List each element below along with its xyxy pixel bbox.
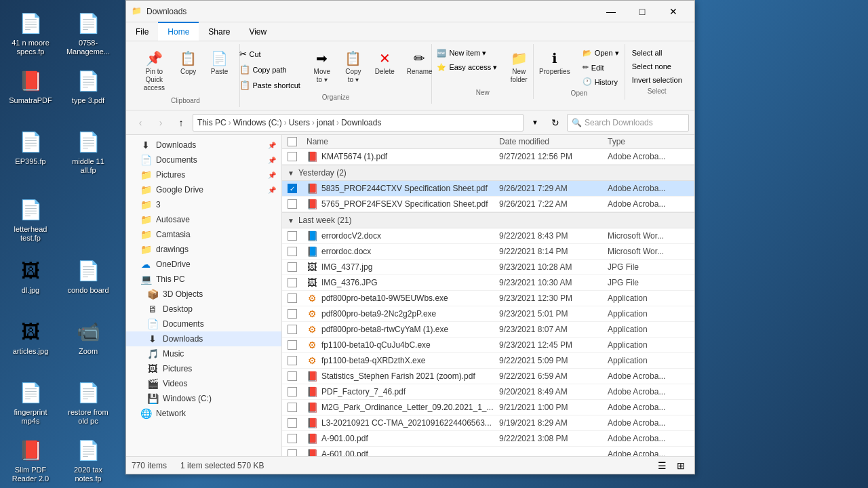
checkbox[interactable] — [288, 434, 297, 443]
sidebar-item-google-drive[interactable]: 📁 Google Drive 📌 — [126, 182, 281, 197]
sidebar-item-desktop[interactable]: 🖥 Desktop — [126, 302, 281, 317]
file-row-pdf-factory[interactable]: 📕 PDF_Factory_7_46.pdf 9/20/2021 8:49 AM… — [282, 384, 694, 400]
select-none-button[interactable]: Select none — [627, 60, 687, 73]
checkbox[interactable] — [288, 152, 297, 161]
sidebar-item-pictures[interactable]: 📁 Pictures 📌 — [126, 167, 281, 182]
checkbox[interactable] — [288, 371, 297, 381]
tab-file[interactable]: File — [126, 22, 158, 41]
easy-access-button[interactable]: ⭐ Easy access ▾ — [432, 61, 502, 74]
new-item-button[interactable]: 🆕 New item ▾ — [432, 47, 502, 60]
desktop-icon-fingerprint-mp4s[interactable]: 📄 fingerprint mp4s — [3, 376, 58, 429]
desktop-icon-restore-from-old-pc[interactable]: 📄 restore from old pc — [61, 376, 115, 429]
search-box[interactable]: 🔍 Search Downloads — [567, 114, 689, 131]
desktop-icon-ep395.fp[interactable]: 📄 EP395.fp — [3, 125, 58, 169]
move-to-button[interactable]: ➡ Moveto ▾ — [308, 47, 336, 87]
sidebar-item-onedrive[interactable]: ☁ OneDrive — [126, 257, 281, 272]
sidebar-item-windows-c[interactable]: 💾 Windows (C:) — [126, 391, 281, 406]
file-row-pdf800-beta8[interactable]: ⚙ pdf800pro-beta8-rtwCyYaM (1).exe 9/23/… — [282, 322, 694, 338]
file-row-m2g[interactable]: 📕 M2G_Park_Ordinance_Letter_09.20.2021_1… — [282, 400, 694, 415]
tab-home[interactable]: Home — [158, 22, 199, 41]
file-row-kmats[interactable]: 📕 KMAT5674 (1).pdf 9/27/2021 12:56 PM Ad… — [282, 149, 694, 165]
file-row-img4376[interactable]: 🖼 IMG_4376.JPG 9/23/2021 10:30 AM JPG Fi… — [282, 275, 694, 291]
tab-share[interactable]: Share — [199, 22, 239, 41]
sidebar-item-this-pc[interactable]: 💻 This PC — [126, 272, 281, 287]
checkbox[interactable] — [288, 278, 297, 287]
delete-button[interactable]: ✕ Delete — [370, 47, 399, 79]
sidebar-item-videos[interactable]: 🎬 Videos — [126, 376, 281, 391]
checkbox[interactable] — [288, 262, 297, 272]
maximize-button[interactable]: □ — [627, 1, 658, 22]
dropdown-button[interactable]: ▼ — [526, 114, 544, 131]
paste-shortcut-button[interactable]: 📋 Paste shortcut — [235, 78, 305, 92]
sidebar-item-downloads2[interactable]: ⬇ Downloads — [126, 331, 281, 346]
desktop-icon-dl.jpg[interactable]: 🖼 dl.jpg — [3, 254, 58, 298]
forward-button[interactable]: › — [152, 114, 170, 131]
file-row-img4377[interactable]: 🖼 IMG_4377.jpg 9/23/2021 10:28 AM JPG Fi… — [282, 260, 694, 275]
sidebar-item-3[interactable]: 📁 3 — [126, 197, 281, 212]
checkbox[interactable] — [288, 418, 297, 428]
up-button[interactable]: ↑ — [172, 114, 190, 131]
sidebar-item-documents2[interactable]: 📄 Documents — [126, 317, 281, 331]
details-view-button[interactable]: ☰ — [654, 458, 670, 473]
history-button[interactable]: 🕐 History — [578, 75, 624, 88]
file-row-5765[interactable]: 📕 5765_PROF24FSEXV Specification Sheet.p… — [282, 197, 694, 212]
file-row-a901[interactable]: 📕 A-901.00.pdf 9/22/2021 3:08 PM Adobe A… — [282, 431, 694, 447]
desktop-icon-condo-board[interactable]: 📄 condo board — [61, 254, 115, 298]
copy-button[interactable]: 📋 Copy — [174, 47, 203, 79]
group-header-last-week[interactable]: ▼ Last week (21) — [282, 212, 694, 228]
select-all-button[interactable]: Select all — [627, 47, 687, 59]
sidebar-item-pictures2[interactable]: 🖼 Pictures — [126, 361, 281, 376]
invert-selection-button[interactable]: Invert selection — [627, 74, 687, 86]
checkbox[interactable] — [288, 356, 297, 365]
checkbox[interactable] — [288, 403, 297, 412]
file-row-fp1100-beta9[interactable]: ⚙ fp1100-beta9-qXRDzthX.exe 9/22/2021 5:… — [282, 353, 694, 369]
col-name-header[interactable]: Name — [307, 137, 499, 146]
desktop-icon-41-n-moore-specs.fp[interactable]: 📄 41 n moore specs.fp — [3, 7, 58, 60]
desktop-icon-letterhead-test.fp[interactable]: 📄 letterhead test.fp — [3, 193, 58, 246]
group-header-yesterday[interactable]: ▼ Yesterday (2) — [282, 165, 694, 181]
copy-path-button[interactable]: 📋 Copy path — [235, 62, 305, 77]
tiles-view-button[interactable]: ⊞ — [673, 458, 689, 473]
edit-button[interactable]: ✏ Edit — [578, 61, 624, 74]
checkbox[interactable] — [288, 231, 297, 241]
minimize-button[interactable]: — — [595, 1, 627, 22]
close-button[interactable]: ✕ — [658, 1, 689, 22]
refresh-button[interactable]: ↻ — [547, 114, 564, 131]
copy-to-button[interactable]: 📋 Copyto ▾ — [339, 47, 368, 87]
desktop-icon-middle-11-all.fp[interactable]: 📄 middle 11 all.fp — [61, 125, 115, 178]
collapse-arrow[interactable]: ▼ — [288, 169, 294, 177]
properties-button[interactable]: ℹ Properties — [534, 47, 575, 79]
desktop-icon-slim-pdf-reader-2.0[interactable]: 📕 Slim PDF Reader 2.0 — [3, 434, 58, 487]
desktop-icon-2020-tax-notes.fp[interactable]: 📄 2020 tax notes.fp — [61, 434, 115, 487]
sidebar-item-camtasia[interactable]: 📁 Camtasia — [126, 227, 281, 242]
collapse-arrow[interactable]: ▼ — [288, 217, 294, 224]
file-row-5835[interactable]: ✓ 📕 5835_PROF244CTXV Specification Sheet… — [282, 181, 694, 197]
pin-to-quick-button[interactable]: 📌 Pin to Quickaccess — [137, 47, 172, 96]
sidebar-item-autosave[interactable]: 📁 Autosave — [126, 212, 281, 227]
checkbox[interactable] — [288, 309, 297, 319]
file-row-errordocv2[interactable]: 📘 errordocV2.docx 9/22/2021 8:43 PM Micr… — [282, 228, 694, 244]
file-row-pdf800-beta10[interactable]: ⚙ pdf800pro-beta10-9W5EUWbs.exe 9/23/202… — [282, 291, 694, 306]
new-folder-button[interactable]: 📁 Newfolder — [505, 47, 533, 87]
sidebar-item-3d-objects[interactable]: 📦 3D Objects — [126, 287, 281, 302]
file-row-pdf800-beta9[interactable]: ⚙ pdf800pro-beta9-2Nc2g2pP.exe 9/23/2021… — [282, 306, 694, 322]
desktop-icon-zoom[interactable]: 📹 Zoom — [61, 315, 115, 359]
tab-view[interactable]: View — [239, 22, 276, 41]
file-row-a601[interactable]: 📕 A-601.00.pdf Adobe Acroba... — [282, 447, 694, 456]
header-checkbox[interactable] — [288, 137, 297, 146]
file-row-l3[interactable]: 📕 L3-20210921 CC-TMA_20210916224406563..… — [282, 415, 694, 431]
sidebar-item-documents[interactable]: 📄 Documents 📌 — [126, 152, 281, 167]
desktop-icon-0758-manageme...[interactable]: 📄 0758-Manageme... — [61, 7, 115, 60]
open-button[interactable]: 📂 Open ▾ — [578, 47, 624, 60]
checkbox[interactable] — [288, 449, 297, 456]
cut-button[interactable]: ✂ Cut — [235, 47, 305, 61]
breadcrumb[interactable]: This PC › Windows (C:) › Users › jonat ›… — [193, 114, 524, 131]
sidebar-item-drawings[interactable]: 📁 drawings — [126, 242, 281, 257]
back-button[interactable]: ‹ — [132, 114, 149, 131]
file-row-statistics[interactable]: 📕 Statistics_Stephen Farish 2021 (zoom).… — [282, 369, 694, 384]
paste-button[interactable]: 📄 Paste — [205, 47, 234, 79]
desktop-icon-articles.jpg[interactable]: 🖼 articles.jpg — [3, 315, 58, 359]
desktop-icon-sumatrapdf[interactable]: 📕 SumatraPDF — [3, 64, 58, 108]
col-date-header[interactable]: Date modified — [499, 137, 608, 146]
checkbox-checked[interactable]: ✓ — [288, 184, 297, 193]
